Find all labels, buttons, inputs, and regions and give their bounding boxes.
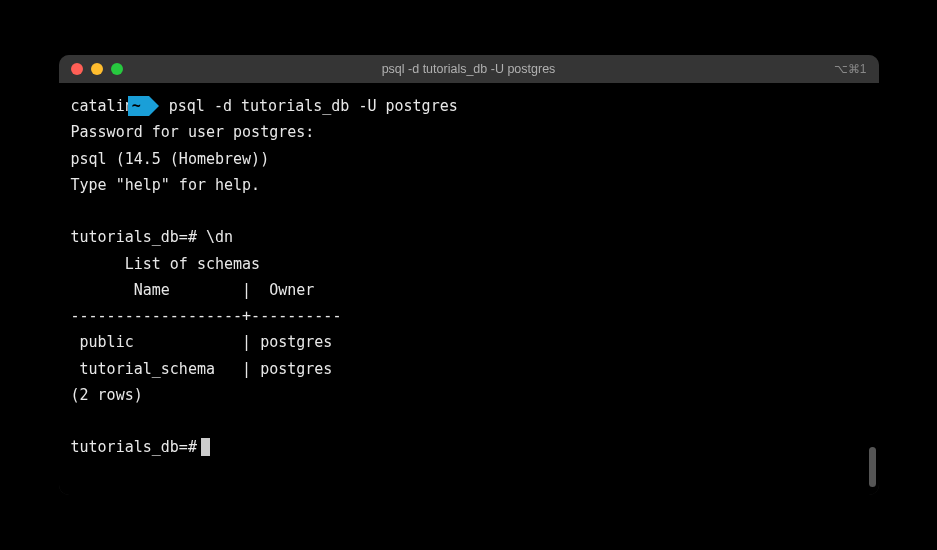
window-shortcut: ⌥⌘1 bbox=[834, 62, 867, 76]
shell-prompt-line: catalin ~ psql -d tutorials_db -U postgr… bbox=[71, 93, 867, 119]
psql-command: \dn bbox=[206, 228, 233, 246]
output-help-hint: Type "help" for help. bbox=[71, 172, 867, 198]
terminal-window: psql -d tutorials_db -U postgres ⌥⌘1 cat… bbox=[59, 55, 879, 495]
output-password-prompt: Password for user postgres: bbox=[71, 119, 867, 145]
title-bar: psql -d tutorials_db -U postgres ⌥⌘1 bbox=[59, 55, 879, 83]
prompt-cwd: ~ bbox=[128, 96, 149, 116]
maximize-icon[interactable] bbox=[111, 63, 123, 75]
table-rowcount: (2 rows) bbox=[71, 382, 867, 408]
window-title: psql -d tutorials_db -U postgres bbox=[382, 62, 556, 76]
table-separator: -------------------+---------- bbox=[71, 303, 867, 329]
psql-prompt: tutorials_db=# bbox=[71, 228, 197, 246]
table-row: public | postgres bbox=[71, 329, 867, 355]
cursor-icon bbox=[201, 438, 210, 456]
traffic-lights bbox=[71, 63, 123, 75]
minimize-icon[interactable] bbox=[91, 63, 103, 75]
table-header: Name | Owner bbox=[71, 277, 867, 303]
psql-prompt-line: tutorials_db=# bbox=[71, 434, 867, 460]
psql-prompt: tutorials_db=# bbox=[71, 434, 197, 460]
chevron-right-icon bbox=[149, 96, 159, 116]
prompt-user: catalin bbox=[71, 93, 134, 119]
blank-line bbox=[71, 198, 867, 224]
shell-command: psql -d tutorials_db -U postgres bbox=[169, 93, 458, 119]
table-title: List of schemas bbox=[71, 251, 867, 277]
psql-prompt-command-line: tutorials_db=# \dn bbox=[71, 224, 867, 250]
close-icon[interactable] bbox=[71, 63, 83, 75]
terminal-body[interactable]: catalin ~ psql -d tutorials_db -U postgr… bbox=[59, 83, 879, 495]
output-version: psql (14.5 (Homebrew)) bbox=[71, 146, 867, 172]
scrollbar-thumb[interactable] bbox=[869, 447, 876, 487]
table-row: tutorial_schema | postgres bbox=[71, 356, 867, 382]
prompt-cwd-badge: ~ bbox=[138, 96, 159, 116]
blank-line bbox=[71, 408, 867, 434]
